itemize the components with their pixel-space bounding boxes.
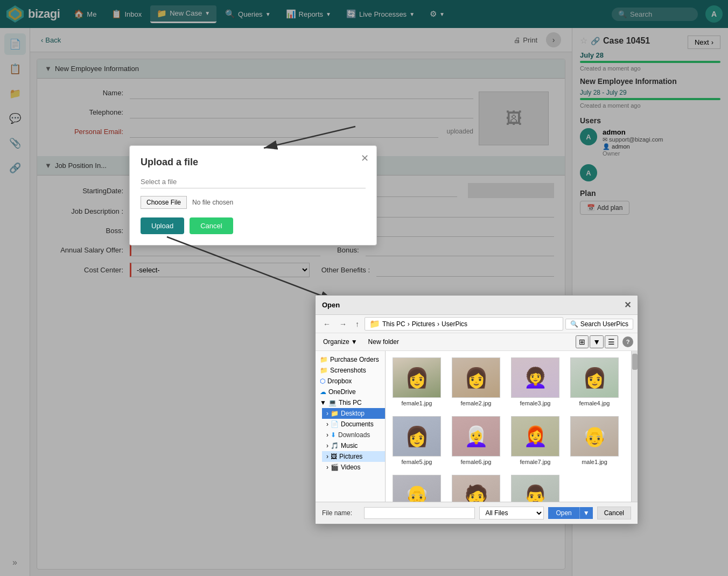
tree-music[interactable]: › 🎵 Music (322, 440, 385, 451)
tree-onedrive[interactable]: ☁ OneDrive (316, 387, 385, 397)
cancel-file-label: Cancel (604, 509, 624, 517)
tree-this-pc[interactable]: ▼ 💻 This PC (316, 397, 385, 408)
file-item-male4[interactable]: 👨 male4.jpg (508, 473, 562, 502)
up-nav-button[interactable]: ↑ (352, 318, 362, 330)
computer-icon: 💻 (328, 399, 337, 406)
filename-label: File name: (322, 509, 360, 517)
view-arrow-button[interactable]: ▼ (590, 335, 604, 348)
file-dialog-scrollbar[interactable] (631, 351, 638, 502)
open-button[interactable]: Open (548, 507, 579, 519)
new-folder-button[interactable]: New folder (365, 337, 402, 347)
file-item-male3[interactable]: 🧑 male3.jpg (449, 473, 503, 502)
choose-file-button[interactable]: Choose File (141, 196, 187, 209)
file-item-female4[interactable]: 👩 female4.jpg (568, 355, 621, 409)
no-file-text: No file chosen (192, 199, 233, 206)
file-dialog-body: 📁 Purchase Orders 📁 Screenshots ⬡ Dropbo… (316, 351, 638, 502)
file-open-dialog: Open ✕ ← → ↑ 📁 This PC › Pictures › User… (315, 295, 638, 524)
organize-bar: Organize ▼ New folder ⊞ ▼ ☰ ? (316, 333, 638, 351)
documents-folder-icon: 📄 (331, 420, 339, 428)
open-label: Open (556, 509, 571, 517)
organize-arrow: ▼ (351, 338, 358, 346)
upload-button[interactable]: Upload (141, 217, 184, 234)
file-dialog-close-button[interactable]: ✕ (624, 300, 631, 310)
help-button[interactable]: ? (622, 336, 633, 347)
file-name-female2: female2.jpg (461, 400, 492, 406)
forward-nav-button[interactable]: → (336, 318, 350, 330)
open-btn-group: Open ▼ (548, 507, 592, 519)
folder-screenshots-icon: 📁 (320, 367, 328, 374)
file-grid: 👩 female1.jpg 👩 female2.jpg 👩‍🦱 female3.… (386, 351, 631, 502)
file-item-female6[interactable]: 👩‍🦳 female6.jpg (449, 414, 503, 467)
downloads-label: Downloads (338, 431, 370, 439)
open-dropdown-button[interactable]: ▼ (579, 507, 593, 519)
file-item-female2[interactable]: 👩 female2.jpg (449, 355, 503, 409)
view-icons: ⊞ ▼ ☰ (576, 335, 618, 348)
folder-purchase-icon: 📁 (320, 356, 328, 363)
pictures-folder-icon: 🖼 (331, 453, 337, 460)
tree-purchase-orders[interactable]: 📁 Purchase Orders (316, 354, 385, 365)
tree-desktop[interactable]: › 📁 Desktop (322, 408, 385, 419)
chevron-right-videos-icon: › (326, 463, 328, 471)
file-dialog-title: Open (322, 301, 340, 309)
file-item-female3[interactable]: 👩‍🦱 female3.jpg (508, 355, 562, 409)
file-item-female5[interactable]: 👩 female5.jpg (390, 414, 444, 467)
tree-dropbox[interactable]: ⬡ Dropbox (316, 376, 385, 387)
file-item-female1[interactable]: 👩 female1.jpg (390, 355, 444, 409)
view-list-button[interactable]: ☰ (605, 335, 618, 348)
file-name-male1: male1.jpg (582, 459, 607, 465)
file-name-female5: female5.jpg (402, 459, 432, 465)
file-search-bar[interactable]: 🔍 Search UserPics (565, 319, 633, 329)
file-name-female1: female1.jpg (402, 400, 432, 406)
cancel-label: Cancel (200, 222, 222, 230)
file-dialog-footer: File name: All Files Open ▼ Cancel (316, 502, 638, 524)
back-nav-button[interactable]: ← (320, 318, 334, 330)
dialog-title: Upload a file (141, 157, 366, 168)
file-chooser-row: Choose File No file chosen (141, 196, 366, 209)
scrollbar-thumb[interactable] (632, 354, 638, 370)
file-name-female3: female3.jpg (520, 400, 551, 406)
cancel-file-button[interactable]: Cancel (597, 507, 631, 519)
chevron-right-icon: › (326, 410, 328, 417)
organize-label: Organize (323, 338, 349, 346)
cancel-button[interactable]: Cancel (190, 217, 233, 234)
tree-pictures[interactable]: › 🖼 Pictures (322, 451, 385, 462)
chevron-right-pictures-icon: › (326, 453, 328, 460)
dialog-close-button[interactable]: ✕ (361, 152, 369, 164)
file-name-female6: female6.jpg (461, 459, 492, 465)
file-tree: 📁 Purchase Orders 📁 Screenshots ⬡ Dropbo… (316, 351, 386, 502)
file-item-male2[interactable]: 👴 male2.jpg (390, 473, 444, 502)
file-search-icon: 🔍 (570, 320, 578, 328)
path-folder-icon: 📁 (369, 319, 380, 329)
chevron-right-music-icon: › (326, 442, 328, 449)
downloads-folder-icon: ⬇ (331, 431, 336, 439)
videos-folder-icon: 🎬 (331, 463, 339, 471)
dialog-actions: Upload Cancel (141, 217, 366, 234)
chevron-right-downloads-icon: › (326, 431, 328, 439)
file-dialog-header: Open ✕ (316, 296, 638, 315)
tree-documents[interactable]: › 📄 Documents (322, 419, 385, 430)
path-folder2: UserPics (442, 320, 467, 328)
organize-button[interactable]: Organize ▼ (320, 337, 361, 347)
onedrive-icon: ☁ (320, 388, 326, 396)
view-grid-button[interactable]: ⊞ (576, 335, 589, 348)
file-name-female7: female7.jpg (520, 459, 551, 465)
filetype-select[interactable]: All Files (479, 507, 544, 519)
chevron-right-documents-icon: › (326, 420, 328, 428)
file-name-female4: female4.jpg (579, 400, 610, 406)
file-item-female7[interactable]: 👩‍🦰 female7.jpg (508, 414, 562, 467)
tree-screenshots[interactable]: 📁 Screenshots (316, 365, 385, 376)
filename-input[interactable] (364, 507, 475, 519)
path-root: This PC (382, 320, 405, 328)
path-folder1: Pictures (412, 320, 435, 328)
tree-downloads[interactable]: › ⬇ Downloads (322, 430, 385, 440)
choose-file-label: Choose File (146, 199, 181, 206)
path-bar: 📁 This PC › Pictures › UserPics (365, 317, 563, 331)
upload-label: Upload (151, 222, 173, 230)
tree-videos[interactable]: › 🎬 Videos (322, 462, 385, 473)
file-item-male1[interactable]: 👴 male1.jpg (568, 414, 621, 467)
select-file-input[interactable] (141, 175, 366, 188)
upload-dialog: Upload a file ✕ Choose File No file chos… (129, 145, 377, 245)
new-folder-label: New folder (368, 338, 399, 346)
desktop-folder-icon: 📁 (331, 410, 339, 417)
music-folder-icon: 🎵 (331, 442, 339, 449)
